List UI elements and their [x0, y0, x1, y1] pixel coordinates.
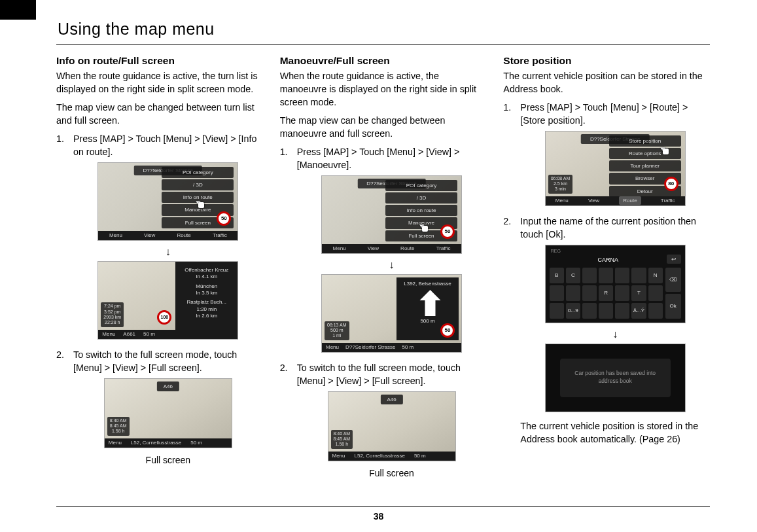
step-1: 1. Press [MAP] > Touch [Menu] > [Route] … [503, 101, 710, 209]
step-1: 1. Press [MAP] > Touch [Menu] > [View] >… [280, 145, 487, 356]
menu-item: POI category [385, 180, 457, 191]
road-name: D??Seldorfer Strasse [345, 344, 395, 351]
tab: Route [177, 232, 190, 239]
ok-key: Ok [665, 294, 681, 319]
content-columns: Info on route/Full screen When the route… [56, 54, 710, 496]
step-number: 2. [56, 348, 64, 361]
stat: 3 min [551, 186, 571, 192]
menu-item: / 3D [162, 179, 234, 190]
dialog-message: Car position has been saved into address… [560, 359, 671, 397]
key [550, 285, 564, 301]
scale: 50 m [143, 330, 155, 338]
dest-name: Offenbacher Kreuz [178, 267, 235, 274]
status-box: 7:24 pm 3:52 pm 2993 km 22:28 h [101, 302, 124, 327]
tab: Menu [555, 197, 569, 204]
tab: View [144, 232, 155, 239]
title-rule [56, 44, 710, 45]
arrow-down-icon: ↓ [297, 260, 487, 270]
key: C [566, 268, 580, 283]
key [599, 303, 613, 319]
column-info-on-route: Info on route/Full screen When the route… [56, 54, 263, 496]
stat: 8:45 AM [334, 436, 351, 442]
menu-item: Info on route [385, 205, 457, 216]
dest-name: Rastplatz Buch... [178, 299, 235, 306]
stat: 22:28 h [103, 320, 121, 325]
note: The current vehicle position is stored i… [520, 419, 710, 446]
key: R [599, 285, 613, 301]
paragraph: The current vehicle position can be stor… [503, 69, 710, 96]
hand-cursor-icon [196, 198, 206, 209]
key [648, 285, 663, 301]
step-2: 2. Input the name of the current positio… [503, 215, 710, 446]
speed-sign-icon: 80 [664, 177, 678, 191]
step-text: Input the name of the current position t… [520, 216, 696, 239]
road-label: A46 [157, 381, 179, 391]
screenshot-keyboard: REG CARNA ↩ B C N [545, 245, 686, 323]
step-text: Press [MAP] > Touch [Menu] > [Route] > [… [520, 102, 688, 126]
key [550, 303, 564, 319]
thumb-tab [0, 0, 36, 20]
status-box: 08:13 AM 500 m 1 mi [325, 321, 349, 340]
page-number: 38 [0, 511, 757, 522]
stat: 2.5 km [551, 181, 571, 186]
step-number: 1. [503, 101, 511, 114]
hand-cursor-icon [419, 222, 430, 232]
menu-item: Tour planner [609, 160, 681, 171]
tab: Menu [326, 344, 339, 351]
screenshot-view-menu: D??Seldorfer Strasse POI category / 3D I… [97, 162, 238, 241]
road-name: L52, Corneliusstrasse [131, 439, 181, 446]
screenshot-route-menu: D??Seldorfer Strasse Store position Rout… [545, 131, 686, 206]
road-name: L52, Corneliusstrasse [355, 452, 405, 459]
tab: Menu [102, 330, 115, 338]
paragraph: When the route guidance is active, the m… [280, 69, 487, 109]
paragraph: When the route guidance is active, the t… [56, 69, 263, 96]
menu-item: POI category [162, 167, 234, 178]
tab: Menu [109, 232, 122, 239]
step-2: 2. To switch to the full screen mode, to… [280, 361, 487, 480]
key [582, 285, 597, 301]
step-text: To switch to the full screen mode, touch… [297, 363, 461, 386]
clock: 7:24 pm [103, 304, 121, 309]
key: 0...9 [566, 303, 580, 319]
screenshot-full-screen: A46 8:40 AM 8:45 AM 1.58 h Menu L52, Cor… [328, 391, 456, 461]
caption: Full screen [73, 454, 263, 467]
clock: 8:40 AM [334, 431, 351, 436]
step-number: 1. [56, 132, 64, 145]
screenshot-full-screen: A46 8:40 AM 8:45 AM 1.58 h Menu L52, Cor… [104, 378, 232, 448]
key [582, 303, 597, 319]
dest-dist: In 4.1 km [178, 274, 235, 280]
speed-sign-icon: 50 [217, 211, 231, 226]
clock: 06:08 AM [551, 176, 571, 181]
tab: Menu [332, 452, 345, 459]
stat: 2993 km [103, 315, 121, 320]
step-text: Press [MAP] > Touch [Menu] > [View] > [I… [73, 133, 256, 157]
tab: View [588, 197, 599, 204]
road-label: A46 [380, 395, 402, 404]
stat: 1.58 h [334, 442, 351, 447]
key: Ä...Ý [631, 303, 646, 319]
screenshot-info-split: Offenbacher KreuzIn 4.1 km MünchenIn 3.5… [97, 261, 238, 340]
key [648, 303, 663, 319]
step-text: To switch to the full screen mode, touch… [73, 349, 237, 373]
tab: Menu [333, 245, 346, 252]
scale: 50 m [190, 439, 202, 446]
arrow-down-icon: ↓ [520, 329, 710, 340]
tab-active: Route [619, 196, 641, 205]
stat: 1 mi [327, 333, 347, 338]
stat: 1.58 h [110, 429, 127, 434]
screenshot-confirmation: Car position has been saved into address… [545, 344, 686, 412]
step-number: 1. [280, 145, 288, 158]
arrow-down-icon: ↓ [73, 247, 263, 257]
name-input: CARNA [551, 255, 665, 264]
tab: Traffic [436, 245, 451, 252]
step-number: 2. [280, 361, 288, 374]
status-box: 8:40 AM 8:45 AM 1.58 h [107, 417, 130, 436]
road-label: L392, Belsenstrasse [399, 280, 456, 287]
scale: 50 m [414, 452, 426, 459]
step-2: 2. To switch to the full screen mode, to… [56, 348, 263, 467]
scale: 50 m [402, 344, 414, 351]
key [615, 285, 629, 301]
speed-sign-icon: 50 [440, 224, 455, 239]
paragraph: The map view can be changed between mano… [280, 114, 487, 140]
heading-info-on-route: Info on route/Full screen [56, 54, 263, 68]
